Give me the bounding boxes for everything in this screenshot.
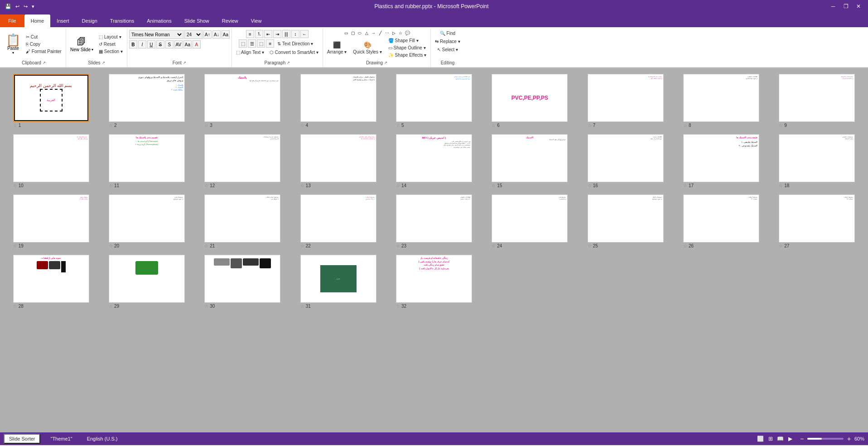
slide-thumb-17[interactable]: طبقه بندی الاستیک ها ۱. لاستیک طبیعی ۲. …: [675, 133, 767, 189]
line-shape[interactable]: ╱: [377, 30, 383, 36]
italic-btn[interactable]: I: [138, 40, 146, 48]
section-button[interactable]: ▦ Section ▾: [96, 48, 125, 55]
slide-thumb-26[interactable]: محتوای اسلایدشماره ۲۶ ☆26: [675, 193, 767, 250]
font-color-btn[interactable]: A: [193, 40, 201, 48]
align-right-btn[interactable]: ⬚: [257, 39, 265, 48]
slide-star-2[interactable]: ☆: [109, 123, 113, 128]
paragraph-expand-icon[interactable]: ↗: [287, 61, 290, 65]
tab-transitions[interactable]: Transitions: [104, 15, 140, 27]
triangle-shape[interactable]: △: [363, 30, 370, 36]
slide-thumb-9[interactable]: خصوصیات پلاستیکو مقایسه انواع آن ☆9: [771, 73, 863, 129]
bullets-btn[interactable]: ≡: [246, 30, 254, 38]
slide-thumb-24[interactable]: محتوای فنیو تخصصی ☆24: [483, 193, 576, 250]
slide-star-30[interactable]: ☆: [204, 304, 208, 309]
select-btn[interactable]: ↖ Select ▾: [435, 46, 460, 53]
copy-button[interactable]: ⎘ Copy: [24, 41, 64, 48]
zoom-in-btn[interactable]: +: [845, 435, 853, 442]
slide-thumb-18[interactable]: توضیحات تکمیلیدرباره لاستیک ☆18: [771, 133, 863, 189]
slide-star-26[interactable]: ☆: [683, 243, 687, 248]
slide-thumb-8[interactable]: اطلاعات تکمیلیدر مورد مواد پلیمری ☆8: [675, 73, 767, 129]
rounded-rect-shape[interactable]: ▢: [350, 30, 356, 36]
font-name-select[interactable]: Times New Roman: [129, 30, 183, 39]
slide-thumb-25[interactable]: توضیحات کاملدر مورد موضوع ☆25: [579, 193, 672, 250]
maximize-btn[interactable]: ❐: [840, 2, 852, 11]
language-tab[interactable]: English (U.S.): [82, 435, 122, 442]
align-left-btn[interactable]: ⬚: [239, 39, 247, 48]
decrease-indent-btn[interactable]: ⇤: [264, 30, 272, 38]
slide-star-21[interactable]: ☆: [204, 243, 208, 248]
slide-star-14[interactable]: ☆: [396, 183, 400, 188]
slide-star-28[interactable]: ☆: [13, 304, 17, 309]
format-painter-button[interactable]: 🖌 Format Painter: [24, 48, 64, 55]
increase-font-btn[interactable]: A↑: [203, 30, 212, 39]
slide-star-27[interactable]: ☆: [779, 243, 783, 248]
shape-effects-btn[interactable]: ✨ Shape Effects ▾: [386, 52, 429, 58]
clipboard-expand-icon[interactable]: ↗: [43, 61, 46, 65]
tab-slideshow[interactable]: Slide Show: [178, 15, 216, 27]
slide-thumb-15[interactable]: الاستیک خواص و ویژگی های الاستیک ☆15: [483, 133, 576, 189]
align-text-btn[interactable]: ⬚ Align Text ▾: [234, 49, 266, 56]
slide-thumb-11[interactable]: تقسیم بندی پلاستیک ها ۱. گرما سخت ها (Th…: [100, 133, 193, 189]
slide-star-23[interactable]: ☆: [396, 243, 400, 248]
slide-thumb-28[interactable]: نمونه هایی از قطعات ☆28: [5, 253, 97, 310]
slide-thumb-13[interactable]: درباره ویژگی های مکانیکیو شیمیایی پلاستی…: [292, 133, 385, 189]
cut-button[interactable]: ✂ Cut: [24, 34, 64, 40]
slide-star-11[interactable]: ☆: [109, 183, 113, 188]
slide-thumb-32[interactable]: زندگی عاشقانه ای فرصت باز( که تمام حرف ه…: [387, 253, 480, 310]
slide-star-31[interactable]: ☆: [300, 304, 304, 309]
tab-home[interactable]: Home: [24, 15, 50, 27]
slide-thumb-30[interactable]: ☆30: [196, 253, 289, 310]
slide-thumb-20[interactable]: توضیحات فنیدر مورد موضوع ☆20: [100, 193, 193, 250]
slide-thumb-22[interactable]: محتوای اسلایدبا رنگ مشخص ☆22: [292, 193, 385, 250]
decrease-font-btn[interactable]: A↓: [212, 30, 221, 39]
slide-thumb-23[interactable]: اطلاعات تکمیلیبا جزئیات بیشتر ☆23: [387, 193, 480, 250]
more-shapes-btn[interactable]: ⋯: [384, 30, 390, 36]
slide-star-15[interactable]: ☆: [492, 183, 496, 188]
paste-button[interactable]: 📋 Paste ▾: [4, 33, 23, 56]
slide-star-22[interactable]: ☆: [300, 243, 304, 248]
font-size-select[interactable]: 24: [184, 30, 203, 39]
increase-indent-btn[interactable]: ⇥: [273, 30, 281, 38]
slide-star-5[interactable]: ☆: [396, 123, 400, 128]
slide-star-10[interactable]: ☆: [13, 183, 17, 188]
shape-outline-btn[interactable]: ▭ Shape Outline ▾: [386, 44, 429, 51]
theme-tab[interactable]: "Theme1": [46, 435, 77, 442]
slide-thumb-10[interactable]: خرده پلاستیک هاو ویژگی های آنها ☆10: [5, 133, 97, 189]
zoom-slider[interactable]: [807, 438, 844, 440]
slide-thumb-29[interactable]: ☆29: [100, 253, 193, 310]
font-expand-icon[interactable]: ↗: [183, 61, 186, 65]
arrow-shape[interactable]: →: [370, 30, 376, 36]
slide-star-18[interactable]: ☆: [779, 183, 783, 188]
customize-qa-btn[interactable]: ▾: [30, 3, 36, 10]
redo-btn[interactable]: ↪: [22, 3, 29, 10]
slide-thumb-14[interactable]: MFI ( اندیس جریان ) وزن خروجی از یک اوری…: [387, 133, 480, 189]
slide-thumb-12[interactable]: محتوای متنی با توضیحاتفنی و تخصصی ☆12: [196, 133, 289, 189]
slide-star-24[interactable]: ☆: [492, 243, 496, 248]
replace-btn[interactable]: ⇆ Replace ▾: [433, 38, 462, 45]
slide-star-29[interactable]: ☆: [109, 304, 113, 309]
char-spacing-btn[interactable]: AV: [174, 40, 183, 48]
star-shape[interactable]: ☆: [397, 30, 404, 36]
quick-styles-btn[interactable]: 🎨 Quick Styles ▾: [351, 37, 384, 58]
slide-thumb-21[interactable]: محتوای اصلی اسلایدبا متن فارسی ☆21: [196, 193, 289, 250]
minimize-btn[interactable]: ─: [827, 2, 839, 11]
text-direction-btn[interactable]: ⇅ Text Direction ▾: [275, 40, 315, 47]
strikethrough-btn[interactable]: S: [156, 40, 164, 48]
new-slide-button[interactable]: 🗐 New Slide ▾: [68, 35, 96, 53]
undo-btn[interactable]: ↩: [14, 3, 21, 10]
normal-view-btn[interactable]: ⬜: [757, 435, 765, 443]
slides-expand-icon[interactable]: ↗: [102, 61, 105, 65]
slide-star-7[interactable]: ☆: [588, 123, 592, 128]
bold-btn[interactable]: B: [129, 40, 137, 48]
slide-star-8[interactable]: ☆: [683, 123, 687, 128]
slide-star-20[interactable]: ☆: [109, 243, 113, 248]
callout-shape[interactable]: 💬: [404, 30, 410, 36]
align-center-btn[interactable]: ☰: [248, 39, 256, 48]
rect-shape[interactable]: ▭: [343, 30, 349, 36]
slide-star-19[interactable]: ☆: [13, 243, 17, 248]
layout-button[interactable]: ⬚ Layout ▾: [96, 34, 125, 40]
reading-view-btn[interactable]: 📖: [776, 435, 785, 443]
tab-animations[interactable]: Animations: [140, 15, 178, 27]
rtl-btn[interactable]: ←: [300, 30, 309, 38]
slide-star-12[interactable]: ☆: [204, 183, 208, 188]
